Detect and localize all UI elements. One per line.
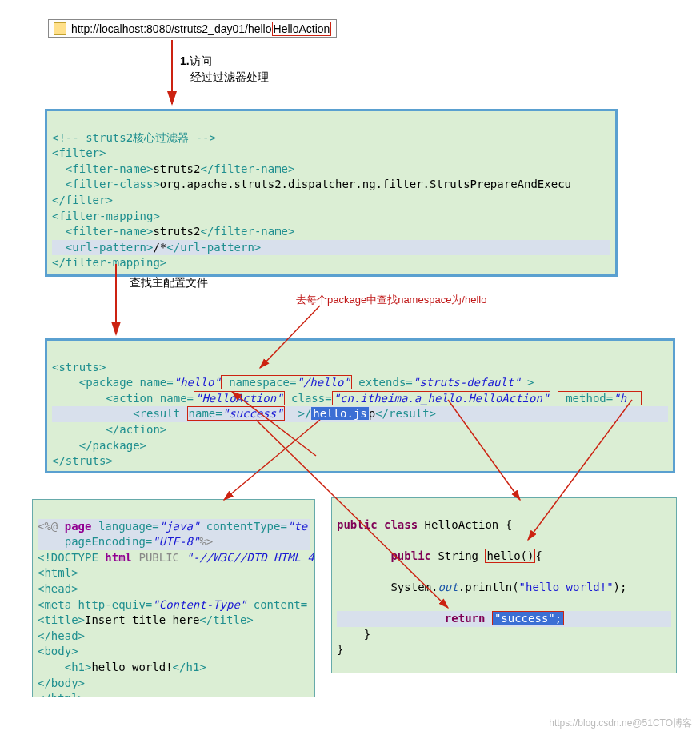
java-box: public class HelloAction { public String… (331, 497, 677, 673)
jsp-box: <%@ page language="java" contentType="te… (32, 499, 315, 697)
step2-label: 查找主配置文件 (130, 276, 208, 290)
note-namespace: 去每个package中查找namespace为/hello (296, 293, 486, 307)
struts-xml-box: <struts> <package name="hello" namespace… (45, 338, 675, 473)
page-icon (54, 22, 66, 35)
step1-sub: 经过过滤器处理 (190, 70, 269, 85)
filter-xml-box: <!-- struts2核心过滤器 --> <filter> <filter-n… (45, 109, 618, 277)
url-bar[interactable]: http://localhost:8080/struts2_day01/hell… (48, 19, 337, 38)
url-base: http://localhost:8080/struts2_day01/hell… (71, 22, 272, 35)
url-action-highlight: HelloAction (272, 22, 332, 36)
watermark: https://blog.csdn.ne@51CTO博客 (549, 717, 692, 730)
step1-label: 1.访问 (180, 54, 212, 69)
